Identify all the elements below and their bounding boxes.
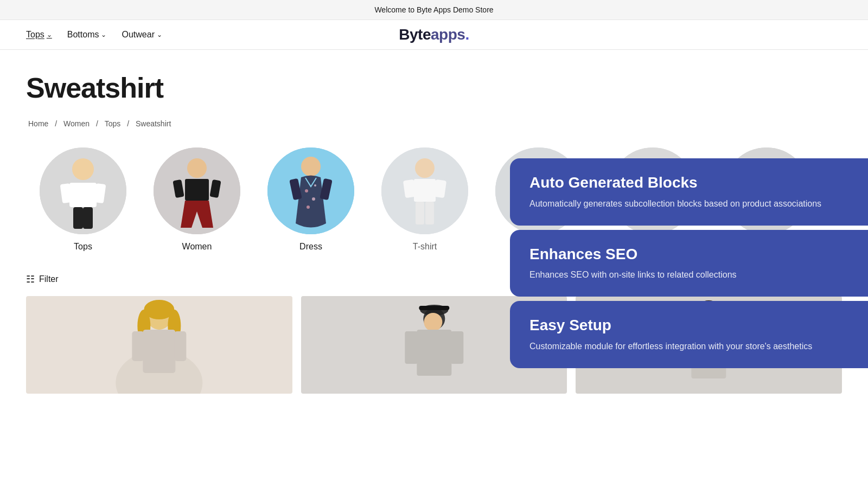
logo-dot: . bbox=[465, 26, 469, 43]
chevron-down-icon: ⌄ bbox=[157, 31, 162, 38]
nav-item-outwear[interactable]: Outwear ⌄ bbox=[122, 30, 162, 40]
svg-point-16 bbox=[305, 189, 308, 192]
page-content: Sweatshirt Home / Women / Tops / Sweatsh… bbox=[0, 50, 868, 394]
chevron-down-icon: ⌄ bbox=[47, 31, 52, 38]
category-circle-tops bbox=[40, 147, 126, 234]
overlay-title-1: Auto Generated Blocks bbox=[529, 174, 848, 192]
main-nav: Tops ⌄ Bottoms ⌄ Outwear ⌄ bbox=[26, 30, 162, 40]
nav-outwear-label: Outwear bbox=[122, 30, 154, 40]
breadcrumb-sweatshirt: Sweatshirt bbox=[136, 119, 171, 128]
category-item-tshirt[interactable]: T-shirt bbox=[368, 147, 482, 252]
breadcrumb-sep: / bbox=[55, 119, 59, 128]
product-card-1[interactable] bbox=[26, 296, 292, 394]
category-label-tops: Tops bbox=[74, 242, 92, 252]
category-label-dress: Dress bbox=[299, 242, 322, 252]
category-item-dress[interactable]: Dress bbox=[254, 147, 368, 252]
announcement-bar: Welcome to Byte Apps Demo Store bbox=[0, 0, 868, 20]
category-circle-women bbox=[154, 147, 240, 234]
breadcrumb-tops[interactable]: Tops bbox=[105, 119, 121, 128]
overlay-title-3: Easy Setup bbox=[529, 316, 848, 335]
category-label-tshirt: T-shirt bbox=[413, 242, 437, 252]
overlay-title-2: Enhances SEO bbox=[529, 245, 848, 264]
svg-rect-57 bbox=[405, 331, 418, 364]
overlay-desc-2: Enhances SEO with on-site links to relat… bbox=[529, 268, 848, 281]
category-item-women[interactable]: Women bbox=[140, 147, 254, 252]
svg-rect-26 bbox=[425, 202, 434, 224]
svg-rect-25 bbox=[416, 202, 424, 224]
breadcrumb-women[interactable]: Women bbox=[63, 119, 90, 128]
svg-point-55 bbox=[424, 313, 442, 331]
breadcrumb-sep: / bbox=[96, 119, 100, 128]
breadcrumb-home[interactable]: Home bbox=[28, 119, 48, 128]
svg-rect-54 bbox=[419, 306, 449, 310]
svg-point-21 bbox=[415, 158, 435, 178]
breadcrumb: Home / Women / Tops / Sweatshirt bbox=[26, 119, 842, 128]
filter-label: Filter bbox=[39, 274, 59, 284]
announcement-text: Welcome to Byte Apps Demo Store bbox=[374, 5, 493, 14]
logo-apps: apps bbox=[431, 26, 465, 43]
category-item-tops[interactable]: Tops bbox=[26, 147, 140, 252]
logo-byte: Byte bbox=[399, 26, 431, 43]
nav-item-tops[interactable]: Tops ⌄ bbox=[26, 30, 52, 40]
svg-point-13 bbox=[301, 157, 321, 176]
overlay-container: Auto Generated Blocks Automatically gene… bbox=[510, 158, 868, 368]
nav-item-bottoms[interactable]: Bottoms ⌄ bbox=[67, 30, 107, 40]
svg-point-19 bbox=[314, 184, 316, 187]
svg-rect-50 bbox=[174, 331, 186, 361]
svg-rect-48 bbox=[143, 330, 175, 373]
overlay-desc-3: Customizable module for effortless integ… bbox=[529, 340, 848, 353]
svg-rect-6 bbox=[83, 207, 93, 229]
svg-point-17 bbox=[312, 197, 315, 201]
header: Tops ⌄ Bottoms ⌄ Outwear ⌄ Byteapps. bbox=[0, 20, 868, 50]
svg-rect-9 bbox=[185, 179, 209, 201]
svg-point-8 bbox=[187, 158, 207, 178]
svg-rect-49 bbox=[132, 331, 144, 361]
overlay-desc-1: Automatically generates subcollection bl… bbox=[529, 197, 848, 210]
svg-rect-56 bbox=[417, 330, 451, 376]
svg-rect-22 bbox=[414, 179, 436, 202]
svg-point-1 bbox=[72, 158, 94, 180]
svg-rect-2 bbox=[69, 183, 97, 207]
chevron-down-icon: ⌄ bbox=[101, 31, 106, 38]
overlay-panel-1: Auto Generated Blocks Automatically gene… bbox=[510, 158, 868, 226]
nav-tops-label: Tops bbox=[26, 30, 44, 40]
svg-rect-58 bbox=[450, 331, 463, 364]
category-label-women: Women bbox=[182, 242, 212, 252]
svg-point-18 bbox=[307, 206, 310, 209]
page-title: Sweatshirt bbox=[26, 72, 842, 104]
category-circle-dress bbox=[267, 147, 354, 234]
category-circle-tshirt bbox=[381, 147, 468, 234]
breadcrumb-sep: / bbox=[127, 119, 131, 128]
nav-bottoms-label: Bottoms bbox=[67, 30, 99, 40]
overlay-panel-3: Easy Setup Customizable module for effor… bbox=[510, 301, 868, 368]
logo[interactable]: Byteapps. bbox=[399, 26, 469, 43]
overlay-panel-2: Enhances SEO Enhances SEO with on-site l… bbox=[510, 230, 868, 297]
svg-rect-5 bbox=[73, 207, 83, 229]
filter-icon: ☷ bbox=[26, 273, 35, 285]
